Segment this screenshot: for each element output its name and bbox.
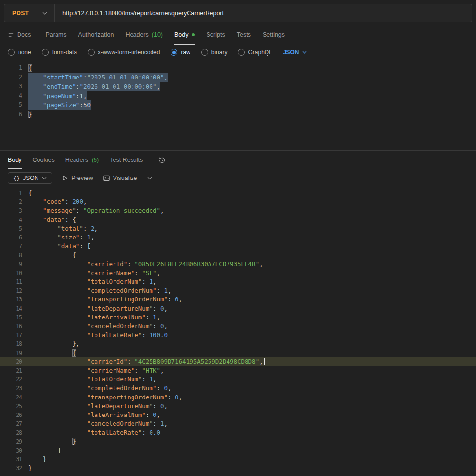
- code-line[interactable]: 7 "data": [: [0, 242, 476, 251]
- code-line[interactable]: 21 "carrierName": "HTK",: [0, 366, 476, 375]
- code-text: "carrierName": "SF",: [28, 269, 160, 278]
- code-line[interactable]: 1{: [0, 189, 476, 198]
- code-line[interactable]: 15 "lateArrivalNum": 1,: [0, 313, 476, 322]
- preview-button[interactable]: Preview: [62, 175, 93, 181]
- response-tab-test-results[interactable]: Test Results: [110, 151, 143, 169]
- line-number: 3: [0, 206, 28, 215]
- code-line[interactable]: 6 "size": 1,: [0, 233, 476, 242]
- response-format-dropdown[interactable]: {} JSON: [8, 172, 52, 184]
- code-text: "canceledOrderNum": 1,: [28, 419, 168, 428]
- line-number: 19: [0, 349, 28, 357]
- tab-label: Authorization: [78, 31, 114, 38]
- code-line[interactable]: 28 "totalLateRate": 0.0: [0, 428, 476, 437]
- response-tab-headers[interactable]: Headers(5): [65, 151, 99, 169]
- code-line[interactable]: 4 "data": {: [0, 216, 476, 224]
- line-number: 1: [0, 63, 28, 73]
- line-number: 12: [0, 286, 28, 295]
- radio-none[interactable]: none: [8, 49, 31, 56]
- code-text: "transportingOrderNum": 0,: [28, 393, 182, 402]
- line-number: 20: [0, 357, 28, 366]
- code-line[interactable]: 30 ]: [0, 446, 476, 455]
- code-line[interactable]: 8 {: [0, 251, 476, 259]
- code-line[interactable]: 25 "lateDepartureNum": 0,: [0, 402, 476, 411]
- code-line[interactable]: 2 "code": 200,: [0, 198, 476, 206]
- code-line[interactable]: 18 },: [0, 339, 476, 348]
- tab-label: Test Results: [110, 157, 143, 163]
- code-text: "size": 1,: [28, 233, 95, 242]
- line-number: 6: [0, 110, 28, 119]
- radio-graphql[interactable]: GraphQL: [238, 49, 272, 56]
- method-selector[interactable]: POST: [4, 4, 55, 22]
- code-line[interactable]: 16 "canceledOrderNum": 0,: [0, 322, 476, 331]
- code-text: "code": 200,: [28, 198, 87, 206]
- radio-x-www-form-urlencoded[interactable]: x-www-form-urlencoded: [88, 49, 160, 56]
- tab-params[interactable]: Params: [45, 24, 66, 45]
- code-line[interactable]: 31 }: [0, 455, 476, 464]
- code-line[interactable]: 12 "completedOrderNum": 1,: [0, 286, 476, 295]
- code-line[interactable]: 6}: [0, 110, 476, 119]
- code-line[interactable]: 13 "transportingOrderNum": 0,: [0, 295, 476, 304]
- code-line[interactable]: 23 "completedOrderNum": 0,: [0, 384, 476, 393]
- code-text: "totalOrderNum": 1,: [28, 375, 156, 384]
- code-line[interactable]: 24 "transportingOrderNum": 0,: [0, 393, 476, 402]
- response-body-viewer[interactable]: 1{2 "code": 200,3 "message": "Operation …: [0, 188, 476, 476]
- code-line[interactable]: 11 "totalOrderNum": 1,: [0, 278, 476, 286]
- line-number: 8: [0, 251, 28, 259]
- code-line[interactable]: 1{: [0, 63, 476, 73]
- code-line[interactable]: 5 "total": 2,: [0, 224, 476, 233]
- code-line[interactable]: 20 "carrierId": "4C25B809D7164195A5259D2…: [0, 357, 476, 366]
- code-line[interactable]: 4 "pageNum":1,: [0, 91, 476, 100]
- response-tab-cookies[interactable]: Cookies: [33, 151, 55, 169]
- tab-authorization[interactable]: Authorization: [78, 24, 114, 45]
- visualize-button[interactable]: Visualize: [103, 175, 137, 182]
- code-text: "carrierId": "085DF26F8FE24B06B30A7ECD79…: [28, 260, 263, 269]
- response-tab-body[interactable]: Body: [8, 151, 22, 169]
- radio-binary[interactable]: binary: [201, 49, 228, 56]
- code-text: }: [28, 110, 32, 119]
- code-line[interactable]: 3 "message": "Operation succeeded",: [0, 206, 476, 215]
- code-line[interactable]: 26 "lateArrivalNum": 0,: [0, 411, 476, 419]
- code-text: "data": [: [28, 242, 91, 251]
- url-input[interactable]: http://127.0.0.1:18080/tms/report/carrie…: [55, 4, 472, 22]
- tab-settings[interactable]: Settings: [263, 24, 285, 45]
- line-number: 6: [0, 233, 28, 242]
- code-line[interactable]: 17 "totalLateRate": 100.0: [0, 331, 476, 339]
- radio-raw[interactable]: raw: [171, 49, 190, 56]
- code-text: "startTime":"2025-01-01 00:00:00",: [28, 73, 168, 82]
- docs-label: Docs: [17, 31, 31, 38]
- radio-form-data[interactable]: form-data: [42, 49, 77, 56]
- line-number: 29: [0, 437, 28, 446]
- request-body-editor[interactable]: 1{2 "startTime":"2025-01-01 00:00:00",3 …: [0, 60, 476, 150]
- code-line[interactable]: 14 "lateDepartureNum": 0,: [0, 304, 476, 313]
- line-number: 15: [0, 313, 28, 322]
- line-number: 28: [0, 428, 28, 437]
- code-line[interactable]: 5 "pageSize":50: [0, 100, 476, 110]
- tab-body[interactable]: Body: [174, 24, 195, 45]
- code-text: "pageSize":50: [28, 100, 91, 110]
- history-clock-icon: [158, 157, 166, 164]
- raw-language-selector[interactable]: JSON: [283, 49, 307, 56]
- docs-button[interactable]: Docs: [8, 24, 31, 45]
- code-line[interactable]: 3 "endTime":"2026-01-01 00:00:00",: [0, 82, 476, 91]
- code-line[interactable]: 27 "canceledOrderNum": 1,: [0, 419, 476, 428]
- code-text: "carrierName": "HTK",: [28, 366, 164, 375]
- docs-icon: [8, 32, 14, 38]
- code-text: }: [28, 464, 32, 473]
- code-line[interactable]: 32}: [0, 464, 476, 473]
- response-history-button[interactable]: [158, 151, 166, 169]
- code-line[interactable]: 10 "carrierName": "SF",: [0, 269, 476, 278]
- response-toolbar: {} JSON Preview Visualize: [0, 169, 476, 188]
- visualize-label: Visualize: [113, 175, 137, 181]
- tab-scripts[interactable]: Scripts: [207, 24, 225, 45]
- tab-headers[interactable]: Headers(10): [126, 24, 163, 45]
- code-line[interactable]: 9 "carrierId": "085DF26F8FE24B06B30A7ECD…: [0, 260, 476, 269]
- radio-label: x-www-form-urlencoded: [98, 49, 160, 56]
- code-line[interactable]: 2 "startTime":"2025-01-01 00:00:00",: [0, 73, 476, 82]
- code-line[interactable]: 29 }: [0, 437, 476, 446]
- tab-tests[interactable]: Tests: [237, 24, 251, 45]
- tab-label: Body: [8, 157, 22, 163]
- radio-label: raw: [181, 49, 190, 56]
- response-view-more-button[interactable]: [147, 177, 152, 179]
- code-line[interactable]: 22 "totalOrderNum": 1,: [0, 375, 476, 384]
- code-line[interactable]: 19 {: [0, 349, 476, 357]
